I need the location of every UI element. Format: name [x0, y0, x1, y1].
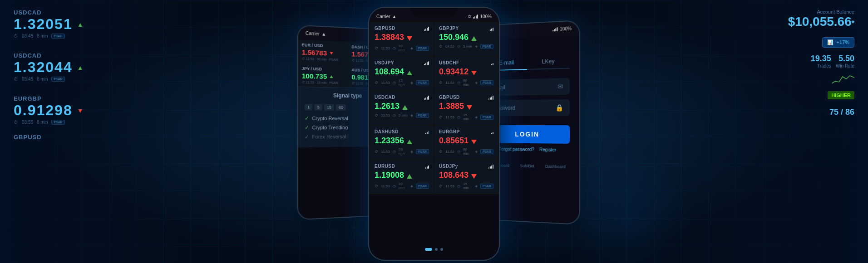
- forgot-link[interactable]: Forgot password?: [498, 146, 534, 152]
- tab-lkey[interactable]: LKey: [527, 54, 570, 70]
- card-pair-usdjpy2: USDJPy: [439, 164, 458, 169]
- signal-bars-c1: [424, 26, 429, 31]
- status-left: Carrier ▲: [306, 30, 326, 36]
- market-card-usdjpy2[interactable]: USDJPy 108.643 ⏱ 11:53 ◷ 15 min ◈ PSAR: [434, 160, 498, 194]
- ticker-eurgbp-label: EURGBP: [14, 95, 168, 102]
- card-header-eurusd: EURUSD: [375, 164, 429, 169]
- card-pair-gbpusd: GBPUSD: [375, 26, 395, 31]
- higher-badge: HIGHER: [828, 91, 854, 99]
- ticker-usdcad-2-arrow: ▲: [77, 64, 84, 71]
- clock-c10: ⏱: [439, 184, 443, 188]
- phone-dots: [425, 248, 443, 251]
- nav-sub-bot[interactable]: Sub/Bot: [513, 161, 541, 171]
- right-stat-3: 75 / 86: [829, 107, 854, 117]
- check-icon-3: ✓: [305, 133, 309, 140]
- market-card-usdcad[interactable]: USDCAD 1.2613 ⏱ 03:53 ◷ 5 min ◈ PSAR: [370, 91, 434, 125]
- ticker-usdcad-top-label: USDCAD: [14, 9, 168, 16]
- card-header-eurgbp: EURGBP: [439, 129, 493, 134]
- psar-c5: PSAR: [416, 113, 429, 118]
- filter-btn-5[interactable]: 5: [314, 104, 322, 110]
- card-header-dashusd: DASHUSD: [375, 129, 429, 134]
- clock-c4: ⏱: [439, 81, 443, 85]
- card-meta-dashusd: ⏱ 11:53 ◷ 30 min ◈ PSAR: [375, 147, 429, 156]
- card-pair-usdcad: USDCAD: [375, 95, 395, 100]
- card-price-gbpjpy: 150.946: [439, 33, 469, 42]
- clock-c5: ⏱: [375, 113, 378, 117]
- phone-main[interactable]: Carrier ▲ ✲ 100% GBPUSD: [368, 7, 500, 261]
- card-header-usdjpy2: USDJPy: [439, 164, 493, 169]
- signal-label-3: Forex Reversal: [312, 134, 346, 140]
- psar-c8: PSAR: [480, 149, 493, 154]
- right-stat-badge: 📊 +17%: [822, 37, 854, 48]
- market-card-usdjpy[interactable]: USDJPY 108.694 ⏱ 11:53 ◷ 15 min ◈ PSAR: [370, 57, 434, 90]
- card-meta-usdchf: ⏱ 11:53 ◷ 60 min ◈ PSAR: [439, 78, 493, 87]
- signal-label-2: Crypto Trending: [312, 125, 348, 130]
- market-card-gbpjpy[interactable]: GBPJPY 150.946 ⏱ 04:53 ◷ 5 min ◈ PSAR: [434, 22, 498, 56]
- clock-c7: ⏱: [375, 150, 378, 154]
- left-data-panel: USDCAD 1.32051 ▲ ⏱ 03:45 8 min PSAR USDC…: [0, 0, 182, 263]
- wifi-icon-left: ▲: [321, 31, 326, 37]
- market-card-eurgbp[interactable]: EURGBP 0.85651 ⏱ 11:53 ◷ 60 min ◈ PSAR: [434, 126, 498, 159]
- psar-c9: PSAR: [416, 184, 429, 189]
- market-card-gbpusd2[interactable]: GBPUSD 1.3885 ⏱ 11:53 ◷ 15 min ◈ PSAR: [434, 91, 498, 125]
- card-arrow-gbpusd: [407, 36, 412, 41]
- left-card-jpyusd-meta: ⏱ 11:53 · 15 min · PSAR: [302, 81, 344, 85]
- main-status-left: Carrier ▲: [376, 14, 396, 19]
- left-card-jpyusd-price: 100.735: [302, 72, 327, 80]
- ticker-gbpusd-left: GBPUSD: [14, 134, 168, 141]
- ticker-usdcad-top-meta: ⏱ 03:45 8 min PSAR: [14, 34, 168, 39]
- balance-label: Account Balance: [788, 9, 854, 15]
- card-price-dashusd: 1.23356: [375, 136, 404, 146]
- psar-badge-1: PSAR: [51, 34, 64, 39]
- dot-3[interactable]: [440, 248, 443, 251]
- market-card-eurusd[interactable]: EURUSD 1.19008 ⏱ 11:53 ◷ 30 min ◈ PSAR: [370, 160, 434, 194]
- right-stat3-row: 75 / 86: [829, 107, 854, 117]
- clock-c2: ⏱: [439, 44, 443, 49]
- left-card-jpyusd[interactable]: JPY / USD 100.735 ⏱ 11:53 · 15 min · PSA…: [298, 63, 347, 88]
- market-card-gbpusd[interactable]: GBPUSD 1.38843 ⏱ 11:53 ◷ 30 min ◈ PSAR: [370, 22, 434, 56]
- card-arrow-gbpusd2: [467, 105, 472, 110]
- card-header-gbpusd: GBPUSD: [375, 26, 429, 31]
- psar-badge-2: PSAR: [51, 77, 64, 82]
- card-price-usdcad: 1.2613: [375, 102, 399, 111]
- left-card-eurusd-price: 1.56783: [302, 48, 327, 57]
- ticker-usdcad-top: USDCAD 1.32051 ▲ ⏱ 03:45 8 min PSAR: [14, 9, 168, 39]
- dot-1[interactable]: [425, 248, 432, 251]
- nav-dashboard-2[interactable]: Dashboard: [541, 161, 570, 172]
- psar-c7: PSAR: [416, 149, 429, 154]
- card-pair-usdchf: USDCHF: [439, 60, 459, 65]
- filter-btn-60[interactable]: 60: [336, 104, 346, 111]
- clock-c1: ⏱: [375, 46, 378, 50]
- signal-bars-right: [553, 27, 558, 32]
- left-card-eurusd-arrow: [330, 52, 333, 54]
- dot-2[interactable]: [435, 248, 438, 251]
- balance-value: $10,055.66*: [788, 15, 854, 29]
- check-icon-2: ✓: [305, 124, 309, 131]
- clock-icon-2: ⏱: [14, 77, 18, 82]
- clock-icon: ⏱: [14, 34, 18, 39]
- right-status-right: 100%: [553, 26, 572, 32]
- card-meta-gbpusd2: ⏱ 11:53 ◷ 15 min ◈ PSAR: [439, 113, 493, 121]
- market-card-usdchf[interactable]: USDCHF 0.93412 ⏱ 11:53 ◷ 60 min ◈ PSAR: [434, 57, 498, 90]
- bluetooth-icon: ✲: [468, 14, 471, 19]
- card-header-usdchf: USDCHF: [439, 60, 493, 65]
- filter-btn-1[interactable]: 1: [305, 104, 313, 110]
- card-price-usdjpy: 108.694: [375, 67, 404, 77]
- phone-notch: [411, 8, 457, 18]
- signal-bars-c6: [488, 95, 493, 100]
- card-pair-gbpusd2: GBPUSD: [439, 95, 460, 100]
- psar-badge-3: PSAR: [51, 120, 64, 125]
- psar-c6: PSAR: [480, 115, 493, 120]
- ticker-usdcad-top-value: 1.32051: [14, 16, 73, 33]
- register-link[interactable]: Register: [539, 147, 557, 152]
- market-card-dashusd[interactable]: DASHUSD 1.23356 ⏱ 11:53 ◷ 30 min ◈ PSAR: [370, 126, 434, 159]
- card-pair-dashusd: DASHUSD: [375, 129, 399, 134]
- signal-label-1: Crypto Reversal: [312, 116, 348, 121]
- left-card-eurusd[interactable]: EUR / USD 1.56783 ⏱ 11:53 · 30 min · PSA…: [298, 39, 347, 64]
- check-icon-1: ✓: [305, 115, 309, 122]
- psar-c1: PSAR: [416, 46, 429, 51]
- email-input-label: Email: [492, 83, 553, 91]
- filter-btn-15[interactable]: 15: [324, 104, 334, 111]
- card-header-usdcad: USDCAD: [375, 95, 429, 100]
- card-header-usdjpy: USDJPY: [375, 60, 429, 65]
